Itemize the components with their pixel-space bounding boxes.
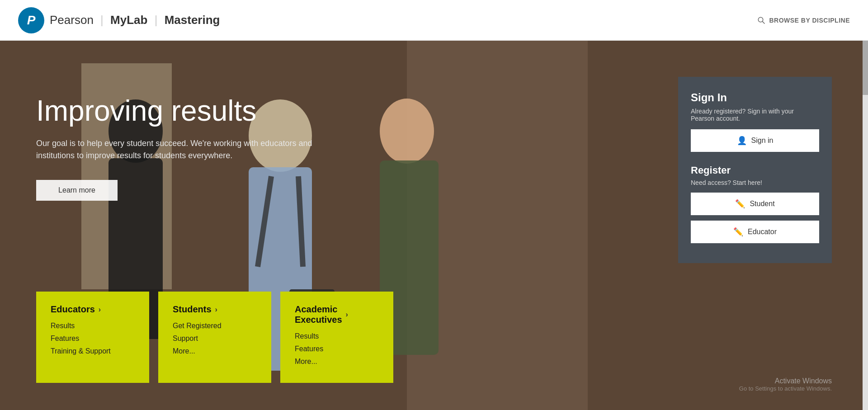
educators-training-link[interactable]: Training & Support [51, 347, 135, 355]
educators-card: Educators › Results Features Training & … [36, 292, 149, 383]
student-register-button[interactable]: ✏️ Student [691, 193, 819, 215]
educators-features-link[interactable]: Features [51, 335, 135, 343]
academic-executives-arrow-icon: › [346, 311, 348, 319]
signin-panel: Sign In Already registered? Sign in with… [678, 77, 832, 263]
separator-2: | [155, 13, 158, 27]
svg-line-1 [763, 21, 765, 24]
students-more-link[interactable]: More... [173, 347, 257, 355]
register-description: Need access? Start here! [691, 179, 819, 186]
svg-point-0 [759, 17, 764, 22]
hero-section: Improving results Our goal is to help ev… [0, 41, 868, 410]
logo-text: Pearson | MyLab | Mastering [50, 13, 220, 27]
product-mylab: MyLab [110, 13, 147, 27]
educators-title-text: Educators [51, 304, 95, 315]
sign-in-button[interactable]: 👤 Sign in [691, 129, 819, 152]
pencil-educator-icon: ✏️ [733, 227, 743, 237]
educator-label: Educator [748, 228, 777, 236]
students-get-registered-link[interactable]: Get Registered [173, 322, 257, 330]
search-icon [757, 16, 765, 24]
browse-label: BROWSE BY DISCIPLINE [769, 17, 850, 24]
students-card-title[interactable]: Students › [173, 304, 257, 315]
browse-by-discipline-button[interactable]: BROWSE BY DISCIPLINE [757, 16, 850, 24]
register-title: Register [691, 165, 819, 176]
separator-1: | [100, 13, 104, 27]
signin-description: Already registered? Sign in with your Pe… [691, 108, 819, 122]
pearson-logo-icon[interactable]: P [18, 7, 44, 33]
students-support-link[interactable]: Support [173, 335, 257, 343]
executives-more-link[interactable]: More... [295, 358, 379, 366]
academic-executives-card: AcademicExecutives › Results Features Mo… [280, 292, 393, 383]
user-icon: 👤 [737, 136, 747, 146]
educators-results-link[interactable]: Results [51, 322, 135, 330]
executives-results-link[interactable]: Results [295, 332, 379, 340]
brand-name: Pearson [50, 13, 94, 27]
academic-executives-card-title[interactable]: AcademicExecutives › [295, 304, 379, 325]
scrollbar[interactable] [863, 41, 868, 410]
students-title-text: Students [173, 304, 212, 315]
students-arrow-icon: › [215, 306, 217, 314]
academic-executives-title-text: AcademicExecutives [295, 304, 342, 325]
educator-register-button[interactable]: ✏️ Educator [691, 221, 819, 243]
product-mastering: Mastering [165, 13, 220, 27]
hero-title: Improving results [36, 95, 678, 127]
educators-arrow-icon: › [99, 306, 101, 314]
menu-cards: Educators › Results Features Training & … [36, 292, 402, 383]
activate-windows-subtitle: Go to Settings to activate Windows. [739, 385, 832, 392]
student-label: Student [750, 200, 774, 208]
scrollbar-thumb[interactable] [863, 41, 868, 95]
learn-more-button[interactable]: Learn more [36, 180, 118, 201]
pencil-icon: ✏️ [735, 199, 745, 209]
signin-title: Sign In [691, 91, 819, 104]
logo-area: P Pearson | MyLab | Mastering [18, 7, 220, 33]
hero-subtitle: Our goal is to help every student succee… [36, 137, 353, 162]
educators-card-title[interactable]: Educators › [51, 304, 135, 315]
executives-features-link[interactable]: Features [295, 345, 379, 353]
activate-windows-title: Activate Windows [739, 377, 832, 385]
activate-windows-watermark: Activate Windows Go to Settings to activ… [739, 377, 832, 392]
students-card: Students › Get Registered Support More..… [158, 292, 271, 383]
sign-in-label: Sign in [751, 137, 774, 145]
header: P Pearson | MyLab | Mastering BROWSE BY … [0, 0, 868, 41]
